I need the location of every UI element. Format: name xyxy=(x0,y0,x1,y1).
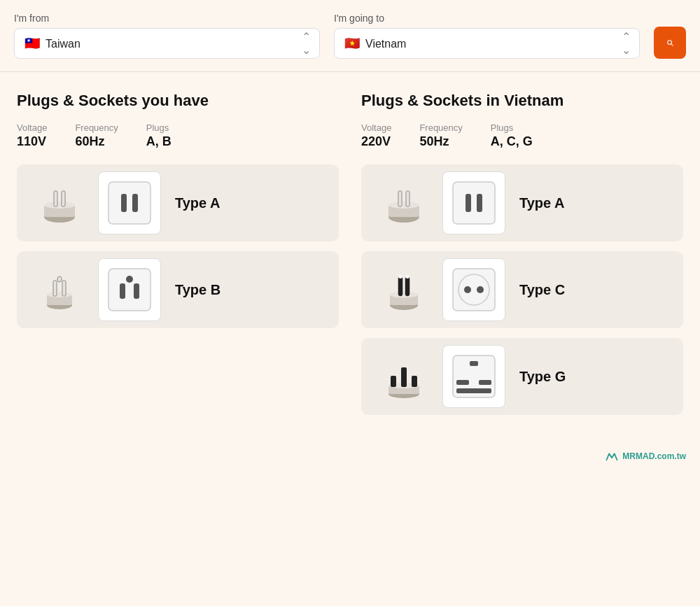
right-frequency-label: Frequency xyxy=(419,122,462,133)
svg-rect-8 xyxy=(121,194,127,212)
left-type-b-label: Type B xyxy=(175,282,220,298)
svg-point-4 xyxy=(44,202,75,209)
right-plugs: Plugs A, C, G xyxy=(491,122,533,149)
left-plugs: Plugs A, B xyxy=(146,122,172,149)
from-select-group: I'm from 🇹🇼 Taiwan ⌃⌄ xyxy=(14,13,320,59)
svg-rect-13 xyxy=(53,281,57,296)
right-type-c-plug-img xyxy=(372,258,435,321)
left-type-a-plug-img xyxy=(28,171,91,234)
left-plugs-value: A, B xyxy=(146,134,172,149)
svg-rect-25 xyxy=(453,182,495,224)
right-specs-row: Voltage 220V Frequency 50Hz Plugs A, C, … xyxy=(361,122,683,149)
right-type-a-card: Type A xyxy=(361,164,683,241)
right-type-g-card: Type G xyxy=(361,338,683,415)
svg-point-30 xyxy=(390,292,418,298)
svg-point-15 xyxy=(57,276,62,282)
left-frequency-label: Frequency xyxy=(75,122,118,133)
svg-point-37 xyxy=(464,286,471,293)
svg-rect-48 xyxy=(479,380,491,385)
header: I'm from 🇹🇼 Taiwan ⌃⌄ I'm going to 🇻🇳 Vi… xyxy=(0,0,700,72)
svg-rect-5 xyxy=(54,191,57,206)
left-plugs-label: Plugs xyxy=(146,122,172,133)
to-label: I'm going to xyxy=(334,13,640,24)
svg-point-38 xyxy=(477,286,484,293)
svg-rect-47 xyxy=(456,380,469,385)
footer-logo-text: MRMAD.com.tw xyxy=(622,451,686,461)
svg-rect-31 xyxy=(398,276,402,296)
right-type-g-plug-img xyxy=(372,345,435,408)
svg-point-12 xyxy=(47,292,72,297)
to-flag: 🇻🇳 xyxy=(344,36,360,51)
left-type-b-card: Type B xyxy=(17,251,339,328)
right-voltage-value: 220V xyxy=(361,134,391,149)
main-content: Plugs & Sockets you have Voltage 110V Fr… xyxy=(0,72,700,444)
right-type-g-label: Type G xyxy=(519,369,566,385)
svg-line-1 xyxy=(671,44,673,45)
right-column: Plugs & Sockets in Vietnam Voltage 220V … xyxy=(361,92,683,425)
right-type-c-card: Type C xyxy=(361,251,683,328)
svg-rect-16 xyxy=(108,269,150,311)
left-type-a-card: Type A xyxy=(17,164,339,241)
svg-rect-49 xyxy=(456,388,491,393)
right-type-g-socket-img xyxy=(442,345,505,408)
left-column-title: Plugs & Sockets you have xyxy=(17,92,339,110)
from-flag: 🇹🇼 xyxy=(24,36,40,51)
right-type-c-label: Type C xyxy=(519,282,565,298)
svg-rect-27 xyxy=(477,194,482,212)
svg-rect-18 xyxy=(134,283,139,299)
to-select[interactable]: Vietnam xyxy=(365,38,629,50)
left-type-a-label: Type A xyxy=(175,195,220,211)
left-frequency: Frequency 60Hz xyxy=(75,122,118,149)
left-voltage-value: 110V xyxy=(17,134,47,149)
svg-rect-6 xyxy=(62,191,65,206)
svg-rect-35 xyxy=(453,269,495,311)
from-label: I'm from xyxy=(14,13,320,24)
right-frequency: Frequency 50Hz xyxy=(419,122,462,149)
from-select[interactable]: Taiwan xyxy=(46,38,309,50)
right-type-a-socket-img xyxy=(442,171,505,234)
svg-point-33 xyxy=(398,274,402,279)
left-frequency-value: 60Hz xyxy=(75,134,118,149)
left-type-b-socket-img xyxy=(98,258,161,321)
svg-rect-44 xyxy=(412,376,417,387)
from-select-wrapper[interactable]: 🇹🇼 Taiwan ⌃⌄ xyxy=(14,28,320,59)
right-frequency-value: 50Hz xyxy=(419,134,462,149)
svg-rect-46 xyxy=(470,361,478,366)
left-column: Plugs & Sockets you have Voltage 110V Fr… xyxy=(17,92,339,425)
svg-rect-26 xyxy=(465,194,471,212)
svg-rect-24 xyxy=(406,191,410,206)
left-specs-row: Voltage 110V Frequency 60Hz Plugs A, B xyxy=(17,122,339,149)
to-select-group: I'm going to 🇻🇳 Vietnam ⌃⌄ xyxy=(334,13,640,59)
svg-rect-32 xyxy=(405,276,410,296)
right-type-c-socket-img xyxy=(442,258,505,321)
svg-point-19 xyxy=(126,276,133,283)
right-voltage: Voltage 220V xyxy=(361,122,391,149)
svg-rect-14 xyxy=(62,281,66,296)
left-type-a-socket-img xyxy=(98,171,161,234)
footer: MRMAD.com.tw xyxy=(0,444,700,468)
search-button[interactable] xyxy=(654,27,686,59)
left-voltage-label: Voltage xyxy=(17,122,47,133)
svg-rect-17 xyxy=(120,283,125,299)
right-column-title: Plugs & Sockets in Vietnam xyxy=(361,92,683,110)
svg-point-34 xyxy=(405,274,410,279)
right-type-a-plug-img xyxy=(372,171,435,234)
left-type-b-plug-img xyxy=(28,258,91,321)
svg-rect-9 xyxy=(132,194,138,212)
svg-rect-43 xyxy=(391,376,396,387)
svg-rect-7 xyxy=(108,182,150,224)
right-plugs-value: A, C, G xyxy=(491,134,533,149)
svg-rect-23 xyxy=(398,191,402,206)
to-select-wrapper[interactable]: 🇻🇳 Vietnam ⌃⌄ xyxy=(334,28,640,59)
right-voltage-label: Voltage xyxy=(361,122,391,133)
svg-rect-42 xyxy=(401,367,407,387)
svg-point-22 xyxy=(388,202,419,209)
right-plugs-label: Plugs xyxy=(491,122,533,133)
left-voltage: Voltage 110V xyxy=(17,122,47,149)
mrmad-logo-icon xyxy=(606,451,618,461)
right-type-a-label: Type A xyxy=(519,195,564,211)
